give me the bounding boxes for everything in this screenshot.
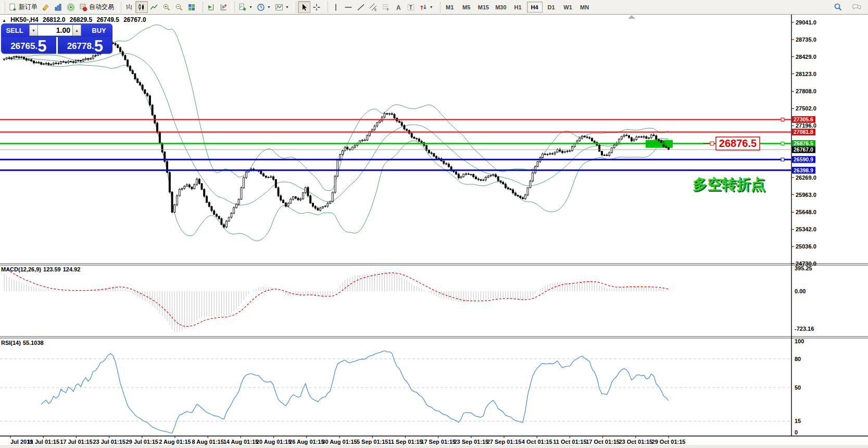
dropdown-arrow-icon: ▼ bbox=[430, 5, 433, 9]
timeframe-button-D1[interactable]: D1 bbox=[544, 2, 559, 13]
chart-low: 26749.5 bbox=[96, 16, 119, 23]
indicators-button[interactable]: ▼ bbox=[236, 1, 255, 13]
zoom-in-button[interactable] bbox=[160, 1, 173, 13]
chart-shift-icon bbox=[219, 3, 228, 11]
chart-shift-marker[interactable] bbox=[628, 15, 635, 19]
auto-scroll-icon bbox=[207, 3, 215, 11]
cursor-button[interactable] bbox=[298, 1, 310, 13]
templates-button[interactable]: ▼ bbox=[273, 1, 291, 13]
chart-symbol-period: HK50-,H4 bbox=[10, 16, 38, 23]
chart-shift-button[interactable] bbox=[217, 1, 230, 13]
mt4-window: 新订单 自动交易 bbox=[0, 0, 868, 448]
svg-text:26876.5: 26876.5 bbox=[794, 140, 813, 146]
rsi-name: RSI(14) bbox=[1, 340, 21, 346]
svg-text:15: 15 bbox=[795, 418, 801, 424]
candlesticks bbox=[4, 42, 670, 229]
sell-button[interactable]: SELL bbox=[1, 23, 28, 37]
trendline-button[interactable] bbox=[355, 1, 367, 13]
toolbar-grip bbox=[2, 2, 5, 13]
rsi-line bbox=[41, 351, 669, 433]
svg-text:0: 0 bbox=[795, 429, 798, 435]
periods-icon bbox=[257, 3, 265, 11]
candlestick-chart-button[interactable] bbox=[135, 1, 148, 13]
macd-indicator-label: MACD(12,26,9)123.59124.92 bbox=[1, 266, 82, 272]
svg-text:T: T bbox=[409, 5, 412, 10]
volume-input[interactable] bbox=[38, 24, 72, 36]
fibonacci-button[interactable]: F bbox=[380, 1, 392, 13]
bar-chart-button[interactable] bbox=[123, 1, 135, 13]
timeframe-button-H4[interactable]: H4 bbox=[527, 2, 543, 13]
chart-note-text[interactable]: 多空转折点 bbox=[693, 176, 765, 192]
new-order-button[interactable]: 新订单 bbox=[7, 1, 40, 13]
signals-button[interactable] bbox=[65, 1, 77, 13]
text-icon: A bbox=[394, 3, 402, 11]
equidistant-channel-button[interactable]: E bbox=[367, 1, 380, 13]
arrows-icon bbox=[419, 3, 427, 11]
line-chart-button[interactable] bbox=[148, 1, 160, 13]
line-handle[interactable] bbox=[781, 118, 784, 121]
line-handle[interactable] bbox=[781, 158, 784, 161]
buy-button[interactable]: BUY bbox=[85, 23, 112, 37]
svg-text:0.00: 0.00 bbox=[795, 288, 806, 294]
zoom-in-icon bbox=[162, 3, 171, 11]
volume-decrease-button[interactable]: ▼ bbox=[29, 24, 38, 36]
chart-window[interactable]: 29041.028735.028429.028123.027808.027502… bbox=[0, 15, 868, 448]
time-axis[interactable]: Jul 201911 Jul 01:1517 Jul 01:1523 Jul 0… bbox=[10, 436, 685, 445]
line-chart-icon bbox=[150, 3, 158, 11]
svg-text:29 Oct 01:15: 29 Oct 01:15 bbox=[652, 439, 686, 445]
timeframe-button-M1[interactable]: M1 bbox=[442, 2, 458, 13]
text-button[interactable]: A bbox=[392, 1, 405, 13]
timeframe-button-M15[interactable]: M15 bbox=[475, 2, 492, 13]
candlestick-chart-icon bbox=[137, 3, 146, 11]
svg-text:29 Jul 01:15: 29 Jul 01:15 bbox=[126, 439, 158, 445]
text-label-button[interactable]: T bbox=[405, 1, 417, 13]
chart-canvas[interactable]: 29041.028735.028429.028123.027808.027502… bbox=[0, 15, 868, 448]
tile-windows-button[interactable] bbox=[185, 1, 198, 13]
timeframe-button-W1[interactable]: W1 bbox=[560, 2, 576, 13]
new-order-label: 新订单 bbox=[19, 3, 37, 11]
timeframe-button-M30[interactable]: M30 bbox=[493, 2, 509, 13]
search-button[interactable] bbox=[832, 1, 845, 13]
text-label-icon: T bbox=[407, 3, 415, 11]
arrows-button[interactable]: ▼ bbox=[417, 1, 435, 13]
line-handle[interactable] bbox=[781, 142, 784, 145]
market-watch-button[interactable] bbox=[40, 1, 52, 13]
chart-high: 26829.5 bbox=[70, 16, 92, 23]
vertical-line-icon bbox=[332, 3, 340, 11]
timeframe-button-H1[interactable]: H1 bbox=[510, 2, 526, 13]
dropdown-arrow-icon: ▼ bbox=[249, 5, 253, 9]
auto-scroll-button[interactable] bbox=[205, 1, 217, 13]
svg-text:30 Aug 01:15: 30 Aug 01:15 bbox=[322, 439, 357, 445]
horizontal-line-button[interactable] bbox=[342, 1, 355, 13]
chat-button[interactable] bbox=[850, 1, 864, 13]
timeframe-button-M5[interactable]: M5 bbox=[459, 2, 474, 13]
svg-text:26767.0: 26767.0 bbox=[794, 146, 813, 153]
toolbar-grip bbox=[232, 2, 235, 13]
horizontal-price-lines[interactable]: 27305.627081.826876.526767.026590.926398… bbox=[0, 116, 815, 173]
dropdown-arrow-icon: ▼ bbox=[285, 5, 289, 9]
zoom-out-button[interactable] bbox=[173, 1, 185, 13]
svg-text:27305.6: 27305.6 bbox=[794, 116, 813, 122]
volume-increase-button[interactable]: ▲ bbox=[72, 24, 81, 36]
buy-price[interactable]: 26778.5 bbox=[58, 37, 113, 54]
sell-price[interactable]: 26765.5 bbox=[1, 37, 56, 54]
svg-text:23 Oct 01:15: 23 Oct 01:15 bbox=[619, 439, 652, 445]
rsi-panel bbox=[0, 351, 791, 433]
svg-text:28429.0: 28429.0 bbox=[796, 54, 816, 60]
svg-text:25648.0: 25648.0 bbox=[796, 209, 816, 215]
crosshair-button[interactable] bbox=[310, 1, 323, 13]
market-watch-icon bbox=[42, 3, 50, 11]
vertical-line-button[interactable] bbox=[330, 1, 342, 13]
timeframe-button-MN[interactable]: MN bbox=[577, 2, 593, 13]
price-callout[interactable]: 26876.5 bbox=[703, 137, 760, 150]
autotrading-button[interactable]: 自动交易 bbox=[77, 1, 116, 13]
profiles-button[interactable] bbox=[52, 1, 65, 13]
price-axis[interactable]: 29041.028735.028429.028123.027808.027502… bbox=[791, 19, 816, 435]
cursor-icon bbox=[300, 3, 308, 11]
search-icon bbox=[834, 3, 842, 11]
chart-close: 26767.0 bbox=[123, 16, 146, 23]
periods-button[interactable]: ▼ bbox=[255, 1, 273, 13]
bar-chart-icon bbox=[125, 3, 133, 11]
chart-collapse-icon[interactable]: ▲ bbox=[2, 18, 6, 23]
svg-text:25342.0: 25342.0 bbox=[796, 226, 816, 232]
